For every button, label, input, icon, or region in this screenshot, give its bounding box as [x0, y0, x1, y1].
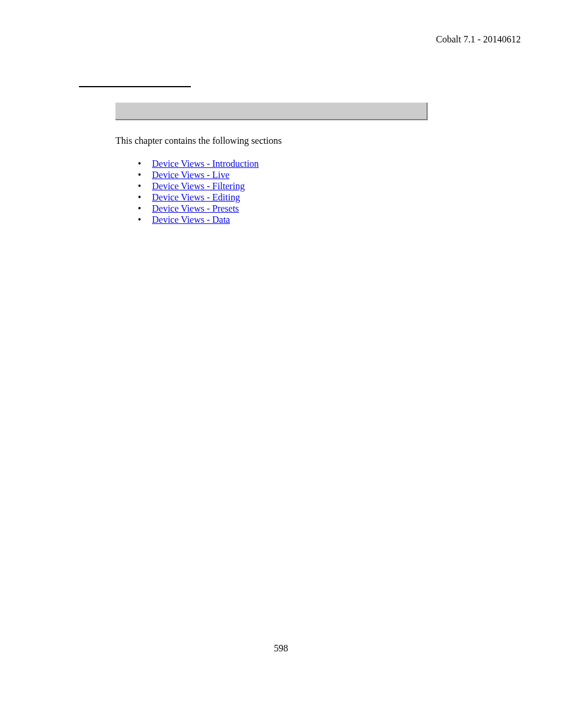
link-device-views-introduction[interactable]: Device Views - Introduction	[152, 159, 259, 169]
document-header-version: Cobalt 7.1 - 20140612	[436, 34, 521, 45]
chapter-intro-text: This chapter contains the following sect…	[115, 136, 282, 146]
section-title-bar	[115, 103, 428, 120]
list-item: Device Views - Data	[134, 214, 259, 225]
list-item: Device Views - Editing	[134, 192, 259, 203]
link-device-views-live[interactable]: Device Views - Live	[152, 170, 230, 180]
link-device-views-filtering[interactable]: Device Views - Filtering	[152, 181, 244, 191]
divider-rule	[79, 86, 191, 87]
page-number: 598	[0, 643, 562, 654]
list-item: Device Views - Introduction	[134, 158, 259, 169]
list-item: Device Views - Live	[134, 169, 259, 180]
link-device-views-presets[interactable]: Device Views - Presets	[152, 203, 239, 213]
list-item: Device Views - Presets	[134, 203, 259, 214]
list-item: Device Views - Filtering	[134, 180, 259, 192]
link-device-views-editing[interactable]: Device Views - Editing	[152, 192, 240, 202]
section-link-list: Device Views - Introduction Device Views…	[134, 158, 259, 225]
link-device-views-data[interactable]: Device Views - Data	[152, 215, 230, 225]
